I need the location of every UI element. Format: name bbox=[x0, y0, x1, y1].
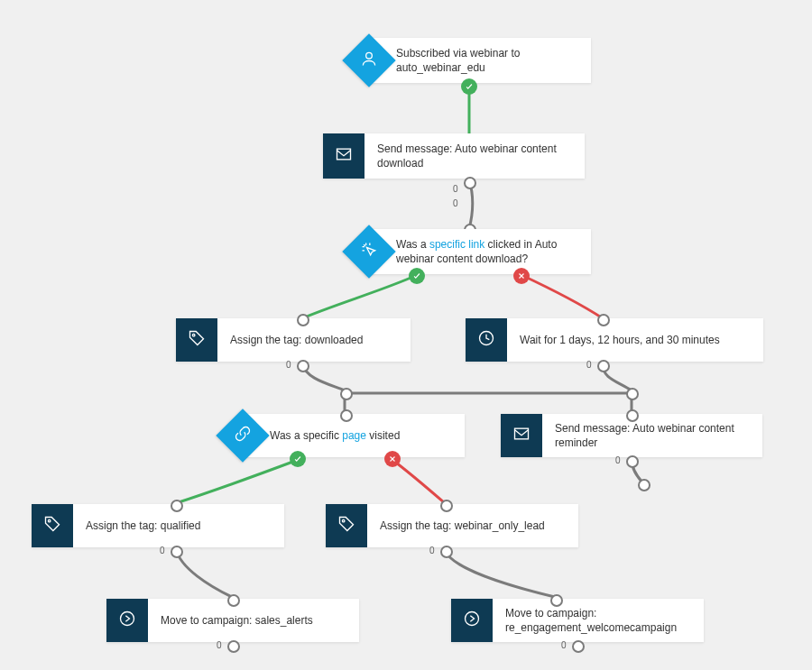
connector-port[interactable] bbox=[297, 360, 309, 372]
node-text: Subscribed via webinar to auto_webinar_e… bbox=[383, 38, 591, 83]
connector-port[interactable] bbox=[171, 500, 183, 512]
delay-label: 0 bbox=[429, 546, 435, 555]
yes-badge bbox=[409, 268, 425, 284]
connector-port[interactable] bbox=[572, 640, 585, 653]
clock-icon bbox=[477, 329, 495, 351]
tag-icon bbox=[188, 329, 206, 351]
mail-icon bbox=[335, 145, 353, 167]
delay-label: 0 bbox=[615, 455, 621, 465]
arrow-circle-icon bbox=[463, 610, 481, 631]
node-condition-link-click[interactable]: Was a specific link clicked in Auto webi… bbox=[365, 229, 591, 274]
specific-link[interactable]: specific link bbox=[429, 238, 484, 251]
delay-label: 0 bbox=[286, 360, 291, 370]
node-text: Was a specific page visited bbox=[257, 414, 465, 457]
link-chain-icon bbox=[234, 425, 252, 446]
svg-rect-1 bbox=[337, 149, 351, 160]
connector-port[interactable] bbox=[171, 546, 183, 558]
node-wait[interactable]: Wait for 1 days, 12 hours, and 30 minute… bbox=[466, 318, 763, 362]
delay-label: 0 bbox=[586, 360, 592, 370]
node-text: Assign the tag: downloaded bbox=[217, 318, 411, 362]
connector-port[interactable] bbox=[597, 360, 610, 372]
node-assign-tag-webinar-only[interactable]: Assign the tag: webinar_only_lead bbox=[326, 504, 578, 547]
node-move-campaign-reengagement[interactable]: Move to campaign: re_engagement_welcomec… bbox=[451, 599, 704, 642]
connector-port[interactable] bbox=[297, 314, 309, 326]
page-link[interactable]: page bbox=[342, 429, 366, 442]
no-badge bbox=[384, 451, 401, 467]
connector-port[interactable] bbox=[597, 314, 610, 326]
node-text: Send message: Auto webinar content downl… bbox=[364, 133, 585, 179]
mail-icon bbox=[512, 425, 531, 446]
arrow-circle-icon bbox=[118, 610, 136, 631]
delay-label: 0 bbox=[453, 198, 458, 208]
connector-port[interactable] bbox=[638, 479, 651, 491]
yes-badge bbox=[290, 451, 306, 467]
delay-label: 0 bbox=[160, 546, 165, 555]
connector-port[interactable] bbox=[440, 546, 453, 558]
node-start-trigger[interactable]: Subscribed via webinar to auto_webinar_e… bbox=[365, 38, 591, 83]
svg-point-2 bbox=[192, 334, 195, 336]
svg-point-5 bbox=[48, 519, 51, 522]
yes-badge bbox=[461, 78, 477, 95]
tag-icon bbox=[337, 515, 355, 537]
tag-icon bbox=[43, 515, 61, 537]
delay-label: 0 bbox=[561, 640, 567, 650]
svg-point-7 bbox=[121, 612, 134, 626]
no-badge bbox=[513, 268, 530, 284]
connector-port[interactable] bbox=[440, 500, 453, 512]
connector-port[interactable] bbox=[550, 594, 563, 607]
node-text: Assign the tag: webinar_only_lead bbox=[367, 504, 578, 547]
svg-point-6 bbox=[342, 519, 345, 522]
delay-label: 0 bbox=[217, 640, 222, 650]
svg-rect-4 bbox=[515, 428, 529, 439]
connector-port[interactable] bbox=[227, 594, 240, 607]
workflow-canvas[interactable]: Subscribed via webinar to auto_webinar_e… bbox=[0, 0, 812, 670]
connector-port[interactable] bbox=[464, 177, 476, 189]
node-condition-page-visited[interactable]: Was a specific page visited bbox=[239, 414, 465, 457]
svg-point-8 bbox=[466, 612, 479, 626]
person-icon bbox=[360, 50, 378, 71]
node-assign-tag-downloaded[interactable]: Assign the tag: downloaded bbox=[176, 318, 411, 362]
connector-port[interactable] bbox=[340, 409, 353, 422]
node-send-message-1[interactable]: Send message: Auto webinar content downl… bbox=[323, 133, 585, 179]
connector-port[interactable] bbox=[626, 388, 639, 400]
connector-port[interactable] bbox=[626, 455, 639, 468]
node-text: Send message: Auto webinar content remin… bbox=[542, 414, 762, 457]
connector-port[interactable] bbox=[626, 409, 639, 422]
node-text: Wait for 1 days, 12 hours, and 30 minute… bbox=[507, 318, 763, 362]
cursor-click-icon bbox=[360, 241, 378, 262]
delay-label: 0 bbox=[453, 184, 458, 194]
svg-point-0 bbox=[366, 52, 373, 59]
node-text: Move to campaign: re_engagement_welcomec… bbox=[493, 599, 704, 642]
node-assign-tag-qualified[interactable]: Assign the tag: qualified bbox=[32, 504, 284, 547]
connector-port[interactable] bbox=[340, 388, 353, 400]
node-text: Move to campaign: sales_alerts bbox=[148, 599, 359, 642]
connector-port[interactable] bbox=[227, 640, 240, 653]
